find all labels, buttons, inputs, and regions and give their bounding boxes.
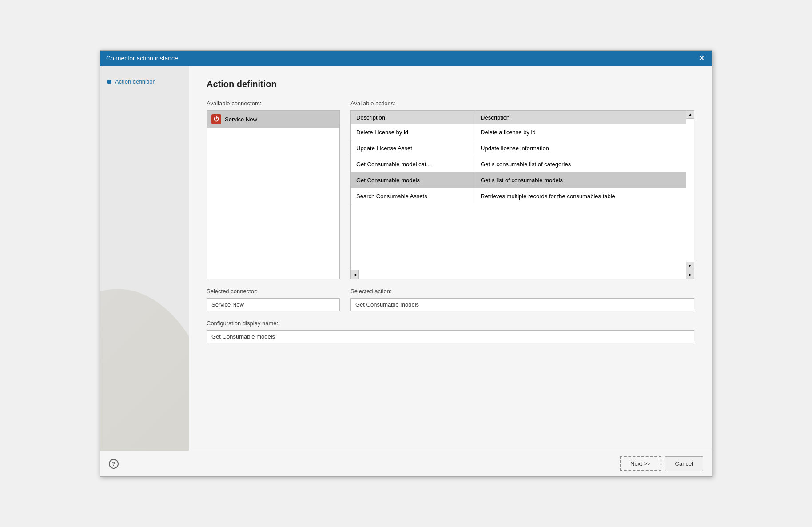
h-scroll-track (359, 270, 686, 279)
two-column-layout: Available connectors: Service Now (207, 100, 694, 279)
action-name: Delete License by id (351, 124, 475, 140)
cancel-button[interactable]: Cancel (665, 456, 703, 471)
main-content: Action definition Available connectors: (189, 66, 712, 451)
help-button[interactable]: ? (109, 459, 119, 469)
title-bar: Connector action instance ✕ (100, 51, 712, 66)
dialog-footer: ? Next >> Cancel (100, 451, 712, 476)
sidebar-item-label: Action definition (115, 78, 156, 85)
page-title: Action definition (207, 79, 694, 89)
table-row[interactable]: Update License Asset Update license info… (351, 140, 686, 156)
config-section: Configuration display name: (207, 320, 694, 343)
power-icon (213, 116, 219, 122)
actions-table: Description Description Delete License b… (351, 111, 686, 204)
table-scroll-container[interactable]: Description Description Delete License b… (351, 111, 694, 270)
table-row[interactable]: Get Consumable model cat... Get a consum… (351, 156, 686, 172)
selected-action-group: Selected action: (350, 288, 694, 311)
scroll-track (686, 119, 694, 270)
scroll-right-button[interactable]: ▶ (686, 270, 694, 279)
action-name: Update License Asset (351, 140, 475, 156)
selected-connector-label: Selected connector: (207, 288, 340, 295)
actions-table-outer: Description Description Delete License b… (350, 110, 694, 279)
action-name: Get Consumable model cat... (351, 156, 475, 172)
footer-right: Next >> Cancel (620, 456, 703, 471)
actions-column: Available actions: Description Descripti… (350, 100, 694, 279)
col-header-desc: Description (475, 111, 686, 124)
connector-icon (211, 114, 221, 124)
horizontal-scrollbar: ◀ ▶ (351, 270, 694, 279)
action-description: Update license information (475, 140, 686, 156)
config-display-name-label: Configuration display name: (207, 320, 694, 327)
table-row[interactable]: Delete License by id Delete a license by… (351, 124, 686, 140)
available-actions-label: Available actions: (350, 100, 694, 107)
sidebar-dot (107, 80, 111, 84)
action-description: Retrieves multiple records for the consu… (475, 188, 686, 204)
selected-connector-input[interactable] (207, 298, 340, 311)
table-row-selected[interactable]: Get Consumable models Get a list of cons… (351, 172, 686, 188)
footer-left: ? (109, 459, 119, 469)
connector-list[interactable]: Service Now (207, 110, 340, 279)
available-connectors-label: Available connectors: (207, 100, 340, 107)
scroll-left-button[interactable]: ◀ (351, 270, 359, 279)
config-display-name-input[interactable] (207, 330, 694, 343)
action-description: Delete a license by id (475, 124, 686, 140)
table-row[interactable]: Search Consumable Assets Retrieves multi… (351, 188, 686, 204)
dialog: Connector action instance ✕ Action defin… (100, 50, 712, 477)
selected-action-input[interactable] (350, 298, 694, 311)
scroll-down-button[interactable]: ▼ (686, 262, 694, 270)
close-button[interactable]: ✕ (697, 54, 706, 62)
scroll-up-button[interactable]: ▲ (686, 111, 694, 119)
action-description: Get a consumable list of categories (475, 156, 686, 172)
action-name: Get Consumable models (351, 172, 475, 188)
vertical-scrollbar: ▲ ▼ (686, 111, 694, 270)
dialog-body: Action definition Action definition Avai… (100, 66, 712, 451)
dialog-title: Connector action instance (106, 55, 178, 62)
connector-name: Service Now (225, 116, 257, 123)
action-description: Get a list of consumable models (475, 172, 686, 188)
selected-connector-group: Selected connector: (207, 288, 340, 311)
action-name: Search Consumable Assets (351, 188, 475, 204)
next-button[interactable]: Next >> (620, 456, 661, 471)
selected-fields-row: Selected connector: Selected action: (207, 288, 694, 311)
selected-action-label: Selected action: (350, 288, 694, 295)
connectors-column: Available connectors: Service Now (207, 100, 340, 279)
connector-item-servicenow[interactable]: Service Now (207, 111, 339, 128)
sidebar-item-action-definition[interactable]: Action definition (100, 75, 189, 88)
sidebar: Action definition (100, 66, 189, 451)
col-header-name: Description (351, 111, 475, 124)
